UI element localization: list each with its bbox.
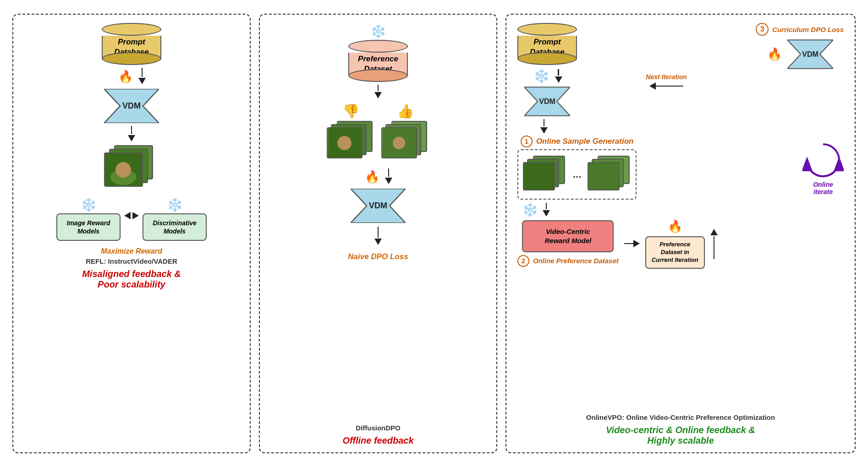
- left-db-col: PromptDatabase: [102, 23, 161, 66]
- ellipsis: ...: [573, 168, 581, 180]
- arrow-left: [124, 212, 131, 219]
- right-arrow-down1: [555, 69, 562, 84]
- reward-model-col: Video-CentricReward Model 2 Online Prefe…: [517, 220, 619, 267]
- step1-label: Online Sample Generation: [536, 137, 634, 146]
- mid-subtitle: DiffusionDPO: [356, 424, 401, 432]
- mid-video-pair: 👎: [327, 103, 429, 165]
- mid-video-cube-left: [327, 121, 375, 163]
- left-reward-col: ❄️ Image RewardModels: [56, 196, 121, 241]
- vdm-label-left: VDM: [122, 101, 141, 111]
- center-arrows: [124, 212, 139, 219]
- fire-icon-r: 🔥: [767, 47, 782, 61]
- arrow-right: [633, 240, 640, 247]
- num3-curriculum: 3 Curriculum DPO Loss: [756, 23, 844, 36]
- reward-box-right: DiscriminativeModels: [143, 213, 207, 241]
- left-subtitle: REFL: InstructVideo/VADER: [86, 257, 177, 265]
- arrow-head: [555, 76, 562, 83]
- right-arrow-down2: [540, 119, 548, 135]
- right-arrow-section: [540, 119, 548, 135]
- bunny-svg3: [105, 153, 142, 186]
- horiz-arrow-left: [649, 82, 683, 90]
- num3-circle: 3: [756, 23, 769, 36]
- arrow-line: [378, 227, 379, 238]
- reward1-label: Image RewardModels: [67, 219, 110, 235]
- cube-l1: [523, 162, 555, 190]
- left-caption: Misaligned feedback &Poor scalability: [82, 265, 181, 290]
- mid-right-video: 👍: [381, 103, 429, 165]
- cyl-top: [102, 23, 161, 36]
- online-iterate-label: Onlineiterate: [813, 181, 833, 195]
- right-db-cylinder: PromptDatabase: [517, 23, 577, 65]
- right-snowflake-arrow: ❄️: [533, 68, 562, 85]
- step1-row: 1 Online Sample Generation: [517, 136, 844, 200]
- maximize-label: Maximize Reward: [101, 244, 162, 255]
- num2-circle: 2: [517, 255, 529, 267]
- arrow-line: [388, 168, 390, 177]
- snowflake-step2: ❄️: [522, 202, 538, 217]
- thumbs-up-icon: 👍: [397, 103, 414, 119]
- vdm-label-r1: VDM: [539, 98, 555, 106]
- num1-circle: 1: [521, 136, 533, 147]
- left-video-cube: [104, 145, 159, 191]
- mid-caption: Offline feedback: [342, 432, 413, 446]
- left-fire-arrow: 🔥: [117, 68, 146, 85]
- snowflake-left: ❄️: [81, 197, 97, 212]
- right-vdm2: VDM: [787, 39, 833, 69]
- cyl-bottom: [102, 52, 161, 65]
- left-vdm: VDM: [104, 89, 159, 123]
- left-bottom-area: ❄️ Image RewardModels ❄️ Discri: [20, 193, 243, 290]
- bunny-svg3: [328, 128, 362, 157]
- arrow-head: [374, 92, 382, 98]
- cyl-top: [348, 40, 408, 53]
- mid-left-video: 👎: [327, 103, 375, 165]
- arrow-line: [558, 69, 559, 76]
- right-cube1: [523, 156, 566, 193]
- right-top-row: PromptDatabase ❄️: [517, 23, 844, 118]
- left-db-cylinder: PromptDatabase: [102, 23, 161, 65]
- dpo-label: Naive DPO Loss: [348, 249, 408, 261]
- arrow-line: [656, 86, 683, 87]
- online-iterate-svg: [802, 140, 844, 181]
- fire-vdm2: 🔥 VDM: [766, 38, 833, 71]
- mid-top: ❄️ PreferenceDataset: [348, 23, 408, 83]
- step1-left: 1 Online Sample Generation: [517, 136, 637, 200]
- cyl-bottom: [517, 52, 577, 65]
- arrow-right: [132, 212, 139, 219]
- arrow-pair: [124, 212, 139, 219]
- reward-red-box: Video-CentricReward Model: [522, 220, 614, 252]
- step2-arrow: [543, 203, 550, 217]
- thumbs-down-icon: 👎: [342, 103, 359, 119]
- bunny-svg3: [382, 128, 416, 157]
- bunny-svg3: [524, 163, 554, 190]
- right-caption: Video-centric & Online feedback &Highly …: [606, 421, 755, 446]
- arrow-left: [649, 82, 656, 90]
- next-iter-area: Next Iteration: [582, 73, 751, 90]
- vdm-label-mid: VDM: [369, 201, 387, 211]
- snowflake-right-db: ❄️: [533, 69, 549, 84]
- cyl-bottom: [348, 69, 408, 82]
- right-vdm2-col: 3 Curriculum DPO Loss 🔥 VDM: [756, 23, 844, 71]
- mid-fire-arrow: 🔥: [364, 168, 392, 185]
- arrow-line: [131, 126, 132, 134]
- panel-mid: ❄️ PreferenceDataset 👎: [259, 14, 497, 453]
- arrow-head: [543, 210, 550, 217]
- right-content: PromptDatabase ❄️: [513, 23, 848, 269]
- reward-label: Video-CentricReward Model: [545, 227, 592, 245]
- step2-row-top: ❄️: [517, 201, 550, 218]
- pref-dataset-col: 🔥 PreferenceDataset inCurrent Iteration: [645, 218, 705, 269]
- arrow-line: [624, 243, 633, 244]
- left-mid-row: ❄️ Image RewardModels ❄️ Discri: [20, 196, 243, 241]
- dotted-box: ...: [517, 149, 637, 200]
- mid-arrow-3: [374, 227, 382, 246]
- curriculum-label: Curriculum DPO Loss: [772, 26, 844, 33]
- right-cube2: [588, 156, 631, 193]
- step2-label-text: Online Preference Dataset: [533, 257, 619, 265]
- cube-layer1: [327, 127, 363, 158]
- svg-rect-66: [588, 163, 619, 190]
- svg-point-43: [393, 137, 405, 149]
- arrow-to-pref: [624, 240, 640, 247]
- step1-label-row: 1 Online Sample Generation: [521, 136, 634, 147]
- arrow-head: [385, 178, 392, 184]
- snowflake-right: ❄️: [167, 197, 183, 212]
- panel-right: PromptDatabase ❄️: [505, 14, 856, 453]
